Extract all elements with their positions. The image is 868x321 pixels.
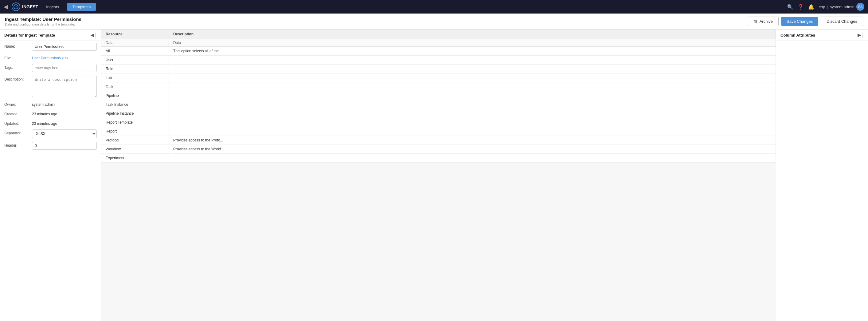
header-field-row: Header: [0,140,101,152]
top-nav: ◀ INGEST Ingests Templates 🔍 ❓ 🔔 esp | s… [0,0,868,13]
tags-field-row: Tags: [0,62,101,74]
separator-select[interactable]: XLSX CSV TSV Pipe [32,129,97,138]
description-cell [169,109,776,118]
updated-value: 23 minutes ago [32,120,57,126]
left-panel-header: Details for Ingest Template ◀│ [0,30,101,41]
right-panel-title: Column Attributes [780,33,815,37]
app-name: INGEST [22,4,38,9]
file-link[interactable]: User Permissions.xlsx [32,54,68,60]
description-cell [169,91,776,100]
table-row[interactable]: Task [101,82,776,91]
table-body: All This option selects all of the ... U… [101,47,776,321]
back-button[interactable]: ◀ [4,3,8,10]
description-textarea[interactable] [32,76,97,97]
description-cell [169,154,776,162]
tags-input[interactable] [32,64,97,72]
left-panel-title: Details for Ingest Template [4,33,55,37]
user-info: esp | system admin SA [818,3,864,11]
header-actions: 🗑 Archive Save Changes Discard Changes [748,17,863,26]
description-cell [169,82,776,91]
updated-field-row: Updated: 23 minutes ago [0,118,101,127]
discard-changes-button[interactable]: Discard Changes [821,17,863,26]
user-name: system admin [830,5,855,9]
save-changes-button[interactable]: Save Changes [781,17,818,26]
col-description-header: Description [169,30,776,39]
created-field-row: Created: 23 minutes ago [0,109,101,118]
table-row[interactable]: Experiment [101,154,776,163]
user-label: esp [818,5,825,9]
table-row[interactable]: Pipeline Instance [101,109,776,118]
description-cell [169,64,776,73]
logo-icon [12,2,20,11]
right-panel: Column Attributes ▶│ [776,30,868,321]
description-cell: Provides access to the Workf... [169,145,776,153]
tags-label: Tags: [4,64,29,70]
table-row[interactable]: Report [101,127,776,136]
resource-cell: Task Instance [101,100,169,109]
resource-cell: Pipeline Instance [101,109,169,118]
description-cell [169,118,776,127]
header-bar: Ingest Template: User Permissions Data a… [0,13,868,30]
table-row[interactable]: Report Template [101,118,776,127]
table-subheader: Data Data [101,39,776,47]
col-resource-header: Resource [101,30,169,39]
help-icon[interactable]: ❓ [798,4,804,10]
archive-icon: 🗑 [754,19,758,24]
sub-resource-header: Data [101,39,169,47]
resource-cell: Workflow [101,145,169,153]
header-input[interactable] [32,142,97,150]
description-cell [169,74,776,82]
resource-cell: Protocol [101,136,169,145]
separator-field-row: Separator: XLSX CSV TSV Pipe [0,127,101,140]
header-label: Header: [4,142,29,148]
created-value: 23 minutes ago [32,110,57,116]
nav-templates-button[interactable]: Templates [67,3,96,11]
nav-ingests-button[interactable]: Ingests [40,3,64,11]
page-subtitle: Data and configuration details for the t… [5,23,82,26]
collapse-icon[interactable]: ◀│ [91,33,97,37]
table-row[interactable]: Role [101,64,776,74]
name-input[interactable] [32,43,97,51]
center-panel: Resource Description Data Data All This … [101,30,776,321]
sub-description-header: Data [169,39,776,47]
resource-cell: Pipeline [101,91,169,100]
archive-button[interactable]: 🗑 Archive [748,17,779,26]
archive-label: Archive [760,19,773,24]
file-field-row: File: User Permissions.xlsx [0,53,101,62]
table-row[interactable]: Lab [101,74,776,82]
table-row[interactable]: User [101,56,776,64]
expand-icon[interactable]: ▶│ [858,33,864,37]
description-label: Description: [4,76,29,82]
avatar[interactable]: SA [856,3,864,11]
description-cell: Provides access to the Proto... [169,136,776,145]
search-icon[interactable]: 🔍 [787,4,793,10]
description-cell [169,127,776,136]
resource-cell: Task [101,82,169,91]
description-cell: This option selects all of the ... [169,47,776,55]
name-label: Name: [4,43,29,49]
right-panel-header: Column Attributes ▶│ [776,30,868,41]
owner-label: Owner: [4,101,29,107]
created-label: Created: [4,110,29,116]
description-cell [169,56,776,64]
resource-cell: Lab [101,74,169,82]
table-row[interactable]: Protocol Provides access to the Proto... [101,136,776,145]
file-label: File: [4,54,29,60]
header-title-block: Ingest Template: User Permissions Data a… [5,17,82,26]
resource-cell: Experiment [101,154,169,162]
app-logo: INGEST [12,2,38,11]
resource-cell: Role [101,64,169,73]
topnav-right: 🔍 ❓ 🔔 esp | system admin SA [787,3,864,11]
table-row[interactable]: Pipeline [101,91,776,100]
page-title: Ingest Template: User Permissions [5,17,82,22]
bell-icon[interactable]: 🔔 [808,4,814,10]
avatar-initials: SA [858,5,863,9]
description-field-row: Description: [0,74,101,99]
owner-field-row: Owner: system admin [0,99,101,109]
table-row[interactable]: All This option selects all of the ... [101,47,776,56]
resource-cell: Report [101,127,169,136]
main-layout: Details for Ingest Template ◀│ Name: Fil… [0,30,868,321]
table-row[interactable]: Workflow Provides access to the Workf... [101,145,776,154]
table-row[interactable]: Task Instance [101,100,776,109]
resource-cell: User [101,56,169,64]
